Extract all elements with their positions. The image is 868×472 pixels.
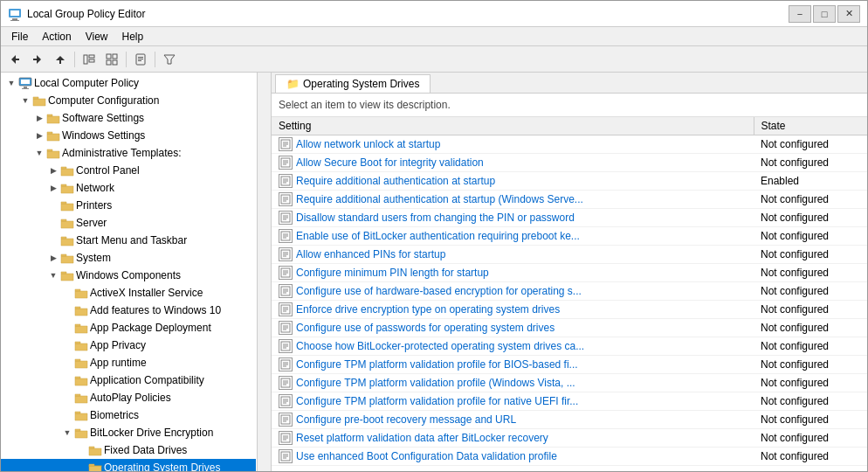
table-row[interactable]: Configure TPM platform validation profil… — [272, 392, 867, 411]
tree-expander-administrative-templates[interactable]: ▼ — [32, 146, 46, 160]
menu-action[interactable]: Action — [35, 29, 78, 45]
setting-name-text-10[interactable]: Configure use of passwords for operating… — [296, 322, 555, 334]
tree-expander-operating-system-drives[interactable] — [74, 461, 88, 471]
restore-button[interactable]: □ — [813, 5, 836, 23]
setting-name-text-8[interactable]: Configure use of hardware-based encrypti… — [296, 285, 582, 297]
tree-item-app-package[interactable]: App Package Deployment — [1, 319, 256, 337]
tree-item-server[interactable]: Server — [1, 214, 256, 232]
setting-name-text-17[interactable]: Use enhanced Boot Configuration Data val… — [296, 450, 557, 462]
setting-name-text-7[interactable]: Configure minimum PIN length for startup — [296, 267, 489, 279]
column-setting[interactable]: Setting — [272, 117, 754, 135]
minimize-button[interactable]: − — [789, 5, 811, 23]
setting-name-text-9[interactable]: Enforce drive encryption type on operati… — [296, 303, 560, 316]
column-state[interactable]: State — [754, 117, 867, 135]
setting-name-text-0[interactable]: Allow network unlock at startup — [296, 138, 440, 150]
close-button[interactable]: ✕ — [837, 5, 860, 23]
tree-expander-activex[interactable] — [60, 286, 74, 300]
table-row[interactable]: Allow Secure Boot for integrity validati… — [272, 154, 867, 172]
filter-button[interactable] — [159, 50, 180, 69]
tree-item-windows-settings[interactable]: ▶Windows Settings — [1, 127, 256, 144]
tree-expander-local-computer-policy[interactable]: ▼ — [4, 76, 18, 90]
setting-name-text-5[interactable]: Enable use of BitLocker authentication r… — [296, 230, 580, 242]
setting-name-text-6[interactable]: Allow enhanced PINs for startup — [296, 248, 445, 260]
menu-help[interactable]: Help — [115, 29, 151, 45]
tree-expander-app-package[interactable] — [60, 321, 74, 335]
tree-expander-fixed-data[interactable] — [74, 443, 88, 457]
tree-item-software-settings[interactable]: ▶Software Settings — [1, 109, 256, 127]
table-row[interactable]: Configure TPM platform validation profil… — [272, 356, 867, 374]
table-row[interactable]: Use enhanced Boot Configuration Data val… — [272, 448, 867, 466]
menu-file[interactable]: File — [4, 29, 35, 45]
snap-button[interactable] — [101, 50, 122, 69]
tree-expander-bitlocker[interactable]: ▼ — [60, 426, 74, 440]
tree-item-administrative-templates[interactable]: ▼Administrative Templates: — [1, 144, 256, 162]
tree-item-fixed-data[interactable]: Fixed Data Drives — [1, 441, 256, 459]
table-row[interactable]: Configure pre-boot recovery message and … — [272, 411, 867, 429]
tree-expander-application-compatibility[interactable] — [60, 373, 74, 387]
tree-expander-system[interactable]: ▶ — [46, 251, 60, 265]
tree-expander-control-panel[interactable]: ▶ — [46, 163, 60, 177]
setting-name-text-11[interactable]: Choose how BitLocker-protected operating… — [296, 340, 584, 352]
tab-operating-system-drives[interactable]: 📁Operating System Drives — [275, 74, 431, 93]
tree-expander-app-runtime[interactable] — [60, 356, 74, 370]
up-button[interactable] — [50, 50, 71, 69]
tree-item-network[interactable]: ▶Network — [1, 179, 256, 197]
show-hide-button[interactable] — [79, 50, 100, 69]
setting-name-text-3[interactable]: Require additional authentication at sta… — [296, 193, 583, 205]
table-row[interactable]: Configure minimum PIN length for startup… — [272, 264, 867, 282]
tree-expander-windows-settings[interactable]: ▶ — [32, 128, 46, 142]
setting-name-text-2[interactable]: Require additional authentication at sta… — [296, 175, 495, 187]
setting-name-text-14[interactable]: Configure TPM platform validation profil… — [296, 395, 578, 407]
table-row[interactable]: Allow network unlock at startupNot confi… — [272, 135, 867, 154]
tree-item-operating-system-drives[interactable]: Operating System Drives — [1, 459, 256, 471]
back-button[interactable] — [4, 50, 25, 69]
tree-item-add-features[interactable]: Add features to Windows 10 — [1, 302, 256, 319]
forward-button[interactable] — [27, 50, 48, 69]
tree-expander-autoplay[interactable] — [60, 391, 74, 405]
tree-expander-start-menu[interactable] — [46, 233, 60, 247]
tree-expander-software-settings[interactable]: ▶ — [32, 111, 46, 125]
tree-item-start-menu[interactable]: Start Menu and Taskbar — [1, 232, 256, 249]
table-row[interactable]: Reset platform validation data after Bit… — [272, 429, 867, 448]
setting-name-text-16[interactable]: Reset platform validation data after Bit… — [296, 432, 548, 444]
table-row[interactable]: Choose how BitLocker-protected operating… — [272, 337, 867, 356]
table-row[interactable]: Configure use of passwords for operating… — [272, 319, 867, 337]
tree-item-activex[interactable]: ActiveX Installer Service — [1, 284, 256, 302]
tree-expander-add-features[interactable] — [60, 303, 74, 317]
tree-item-biometrics[interactable]: Biometrics — [1, 406, 256, 424]
tree-item-application-compatibility[interactable]: Application Compatibility — [1, 371, 256, 389]
tree-item-control-panel[interactable]: ▶Control Panel — [1, 162, 256, 179]
table-row[interactable]: Disallow standard users from changing th… — [272, 209, 867, 227]
tree-item-windows-components[interactable]: ▼Windows Components — [1, 267, 256, 284]
table-row[interactable]: Configure use of hardware-based encrypti… — [272, 282, 867, 301]
table-row[interactable]: Configure TPM platform validation profil… — [272, 374, 867, 392]
menu-view[interactable]: View — [79, 29, 115, 45]
properties-button[interactable] — [130, 50, 151, 69]
tree-item-computer-configuration[interactable]: ▼Computer Configuration — [1, 92, 256, 109]
setting-name-text-15[interactable]: Configure pre-boot recovery message and … — [296, 413, 516, 426]
tree-item-printers[interactable]: Printers — [1, 197, 256, 214]
tree-expander-printers[interactable] — [46, 198, 60, 212]
table-row[interactable]: Enable use of BitLocker authentication r… — [272, 227, 867, 246]
tree-item-system[interactable]: ▶System — [1, 249, 256, 267]
setting-name-text-12[interactable]: Configure TPM platform validation profil… — [296, 358, 578, 371]
tree-expander-computer-configuration[interactable]: ▼ — [18, 94, 32, 108]
table-row[interactable]: Require additional authentication at sta… — [272, 172, 867, 191]
tree-item-app-runtime[interactable]: App runtime — [1, 354, 256, 371]
tree-expander-server[interactable] — [46, 216, 60, 230]
table-row[interactable]: Enforce drive encryption type on operati… — [272, 301, 867, 319]
tree-item-bitlocker[interactable]: ▼BitLocker Drive Encryption — [1, 424, 256, 441]
tree-item-local-computer-policy[interactable]: ▼Local Computer Policy — [1, 74, 256, 92]
setting-name-text-4[interactable]: Disallow standard users from changing th… — [296, 212, 575, 224]
tree-expander-biometrics[interactable] — [60, 408, 74, 422]
table-row[interactable]: Require additional authentication at sta… — [272, 191, 867, 209]
tree-item-autoplay[interactable]: AutoPlay Policies — [1, 389, 256, 406]
tree-expander-windows-components[interactable]: ▼ — [46, 268, 60, 282]
tree-expander-network[interactable]: ▶ — [46, 181, 60, 195]
tree-scrollbar[interactable] — [257, 73, 271, 471]
settings-area[interactable]: Setting State Allow network unlock at st… — [272, 117, 867, 471]
table-row[interactable]: Allow enhanced PINs for startupNot confi… — [272, 246, 867, 264]
setting-name-text-13[interactable]: Configure TPM platform validation profil… — [296, 377, 575, 389]
setting-name-text-1[interactable]: Allow Secure Boot for integrity validati… — [296, 156, 484, 169]
tree-expander-app-privacy[interactable] — [60, 338, 74, 352]
